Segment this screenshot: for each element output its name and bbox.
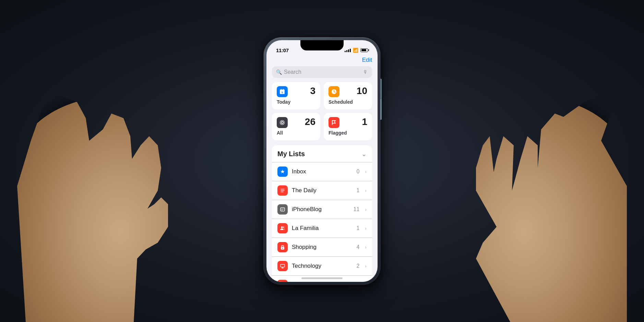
svg-rect-3 <box>283 89 284 90</box>
watchlater-icon <box>277 280 288 282</box>
right-hand <box>449 89 627 322</box>
status-time: 11:07 <box>276 47 289 53</box>
inbox-chevron-icon: › <box>365 169 367 174</box>
today-label: Today <box>277 99 315 105</box>
list-item-daily[interactable]: The Daily 1 › <box>272 181 372 200</box>
phone-wrapper: 11:07 📶 <box>264 37 380 285</box>
my-lists-header[interactable]: My Lists ⌄ <box>272 145 372 162</box>
all-label: All <box>277 130 315 136</box>
scheduled-label: Scheduled <box>329 99 367 105</box>
smart-card-scheduled[interactable]: 10 Scheduled <box>324 82 372 110</box>
daily-label: The Daily <box>292 187 352 194</box>
svg-point-20 <box>282 248 283 249</box>
daily-chevron-icon: › <box>365 188 367 193</box>
search-placeholder: Search <box>284 69 361 75</box>
svg-point-10 <box>282 122 283 123</box>
list-item-inbox[interactable]: Inbox 0 › <box>272 162 372 181</box>
iphoneblog-label: iPhoneBlog <box>292 206 349 213</box>
all-count: 26 <box>305 117 315 127</box>
svg-point-18 <box>283 227 284 228</box>
inbox-count: 0 <box>356 169 359 175</box>
edit-button[interactable]: Edit <box>362 57 372 64</box>
technology-label: Technology <box>292 263 352 269</box>
inbox-label: Inbox <box>292 168 352 175</box>
technology-chevron-icon: › <box>365 263 367 269</box>
today-icon: 9 <box>277 86 288 97</box>
shopping-count: 4 <box>356 244 359 250</box>
list-item-lafamilia[interactable]: La Familia 1 › <box>272 219 372 238</box>
my-lists-section: My Lists ⌄ Inbox 0 › <box>272 145 372 282</box>
search-icon: 🔍 <box>276 69 282 75</box>
inbox-icon <box>277 166 288 177</box>
svg-rect-2 <box>281 89 282 90</box>
left-hand <box>17 89 195 322</box>
iphoneblog-icon <box>277 204 288 215</box>
today-count: 3 <box>310 86 315 96</box>
phone-case: 11:07 📶 <box>264 37 380 285</box>
lafamilia-label: La Familia <box>292 225 352 232</box>
phone-screen: 11:07 📶 <box>266 40 378 282</box>
smart-card-flagged[interactable]: 1 Flagged <box>324 113 372 140</box>
search-bar[interactable]: 🔍 Search 🎙 <box>272 66 372 78</box>
wifi-icon: 📶 <box>353 48 358 53</box>
signal-bar-1 <box>345 51 346 52</box>
shopping-icon <box>277 242 288 252</box>
all-icon <box>277 117 288 128</box>
chevron-down-icon[interactable]: ⌄ <box>361 150 367 158</box>
signal-bars-icon <box>345 48 351 52</box>
list-item-technology[interactable]: Technology 2 › <box>272 257 372 276</box>
flagged-icon <box>329 117 339 128</box>
status-bar: 11:07 📶 <box>266 40 378 55</box>
shopping-label: Shopping <box>292 244 352 251</box>
home-indicator <box>301 277 343 279</box>
microphone-icon: 🎙 <box>363 69 368 75</box>
daily-icon <box>277 185 288 196</box>
lafamilia-icon <box>277 223 288 233</box>
edit-row: Edit <box>266 55 378 66</box>
smart-lists-grid: 9 3 Today <box>266 82 378 145</box>
smart-card-all[interactable]: 26 All <box>272 113 320 140</box>
shopping-chevron-icon: › <box>365 244 367 250</box>
lafamilia-chevron-icon: › <box>365 226 367 231</box>
technology-icon <box>277 261 288 271</box>
my-lists-title: My Lists <box>277 150 305 158</box>
iphoneblog-count: 11 <box>354 206 360 212</box>
scheduled-count: 10 <box>357 86 367 96</box>
signal-bar-2 <box>346 50 347 52</box>
signal-bar-3 <box>348 49 349 52</box>
daily-count: 1 <box>356 187 359 194</box>
svg-rect-21 <box>281 264 285 267</box>
signal-bar-4 <box>350 49 351 52</box>
svg-rect-14 <box>281 208 285 211</box>
scheduled-icon <box>329 86 339 97</box>
svg-rect-1 <box>280 90 285 91</box>
lafamilia-count: 1 <box>356 225 359 231</box>
iphoneblog-chevron-icon: › <box>365 207 367 212</box>
list-item-iphoneblog[interactable]: iPhoneBlog 11 › <box>272 200 372 219</box>
battery-icon <box>360 48 368 52</box>
smart-card-today[interactable]: 9 3 Today <box>272 82 320 110</box>
status-right: 📶 <box>345 48 368 53</box>
technology-count: 2 <box>356 263 359 269</box>
flagged-label: Flagged <box>329 130 367 136</box>
svg-point-17 <box>281 227 283 228</box>
flagged-count: 1 <box>362 117 367 127</box>
svg-text:9: 9 <box>282 91 283 94</box>
list-item-shopping[interactable]: Shopping 4 › <box>272 238 372 257</box>
watchlater-label: Watch Later <box>292 281 352 282</box>
